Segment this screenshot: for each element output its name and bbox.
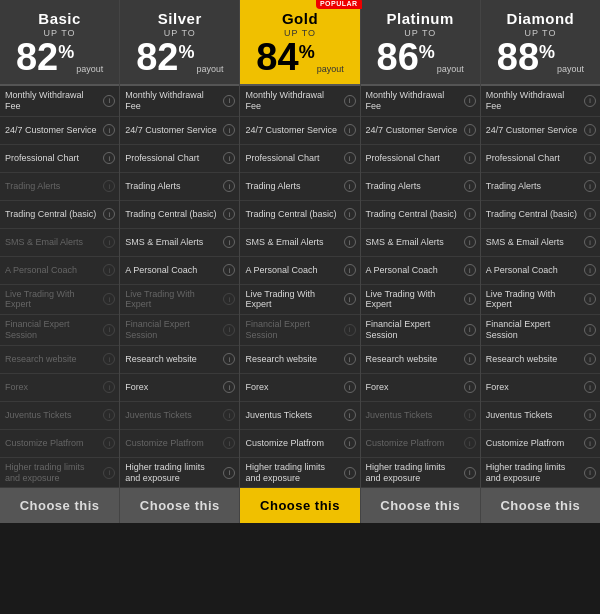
info-icon[interactable]: i [344, 236, 356, 248]
info-icon[interactable]: i [464, 264, 476, 276]
info-icon[interactable]: i [223, 208, 235, 220]
info-icon[interactable]: i [223, 437, 235, 449]
info-icon[interactable]: i [223, 124, 235, 136]
info-icon[interactable]: i [223, 264, 235, 276]
info-icon[interactable]: i [223, 324, 235, 336]
info-icon[interactable]: i [464, 324, 476, 336]
info-icon[interactable]: i [464, 293, 476, 305]
info-icon[interactable]: i [464, 152, 476, 164]
info-icon[interactable]: i [344, 409, 356, 421]
info-icon[interactable]: i [223, 95, 235, 107]
choose-button-diamond[interactable]: Choose this [481, 488, 600, 523]
info-icon[interactable]: i [464, 467, 476, 479]
info-icon[interactable]: i [584, 152, 596, 164]
info-icon[interactable]: i [344, 152, 356, 164]
info-icon[interactable]: i [344, 437, 356, 449]
feature-item: 24/7 Customer Servicei [240, 117, 359, 145]
info-icon[interactable]: i [464, 437, 476, 449]
info-icon[interactable]: i [584, 124, 596, 136]
info-icon[interactable]: i [344, 208, 356, 220]
info-icon[interactable]: i [584, 236, 596, 248]
feature-item: 24/7 Customer Servicei [120, 117, 239, 145]
info-icon[interactable]: i [584, 180, 596, 192]
feature-text: A Personal Coach [125, 265, 221, 276]
info-icon[interactable]: i [464, 95, 476, 107]
info-icon[interactable]: i [223, 409, 235, 421]
feature-text: SMS & Email Alerts [125, 237, 221, 248]
info-icon[interactable]: i [344, 381, 356, 393]
payout-text: payout [437, 64, 464, 74]
feature-item: Monthly Withdrawal Feei [0, 86, 119, 117]
feature-item: SMS & Email Alertsi [0, 229, 119, 257]
info-icon[interactable]: i [344, 467, 356, 479]
choose-button-platinum[interactable]: Choose this [361, 488, 480, 523]
info-icon[interactable]: i [223, 293, 235, 305]
feature-item: Forexi [120, 374, 239, 402]
info-icon[interactable]: i [344, 180, 356, 192]
info-icon[interactable]: i [223, 467, 235, 479]
info-icon[interactable]: i [344, 353, 356, 365]
info-icon[interactable]: i [464, 180, 476, 192]
info-icon[interactable]: i [344, 293, 356, 305]
info-icon[interactable]: i [344, 95, 356, 107]
info-icon[interactable]: i [103, 324, 115, 336]
info-icon[interactable]: i [464, 124, 476, 136]
info-icon[interactable]: i [584, 467, 596, 479]
info-icon[interactable]: i [584, 324, 596, 336]
info-icon[interactable]: i [103, 381, 115, 393]
info-icon[interactable]: i [584, 437, 596, 449]
feature-text: Juventus Tickets [245, 410, 341, 421]
info-icon[interactable]: i [103, 353, 115, 365]
plan-col-gold: POPULARGoldUP TO84%payoutMonthly Withdra… [240, 0, 360, 523]
feature-text: Financial Expert Session [366, 319, 462, 341]
info-icon[interactable]: i [584, 293, 596, 305]
feature-text: Forex [486, 382, 582, 393]
info-icon[interactable]: i [584, 208, 596, 220]
info-icon[interactable]: i [584, 264, 596, 276]
feature-item: Trading Alertsi [120, 173, 239, 201]
info-icon[interactable]: i [103, 293, 115, 305]
info-icon[interactable]: i [103, 124, 115, 136]
info-icon[interactable]: i [344, 264, 356, 276]
feature-text: Customize Platfrom [245, 438, 341, 449]
feature-item: A Personal Coachi [120, 257, 239, 285]
feature-item: Financial Expert Sessioni [240, 315, 359, 346]
info-icon[interactable]: i [223, 353, 235, 365]
info-icon[interactable]: i [223, 236, 235, 248]
info-icon[interactable]: i [103, 467, 115, 479]
info-icon[interactable]: i [103, 208, 115, 220]
info-icon[interactable]: i [103, 437, 115, 449]
info-icon[interactable]: i [464, 208, 476, 220]
info-icon[interactable]: i [103, 152, 115, 164]
info-icon[interactable]: i [103, 236, 115, 248]
info-icon[interactable]: i [223, 180, 235, 192]
payout-text: payout [317, 64, 344, 74]
info-icon[interactable]: i [464, 236, 476, 248]
info-icon[interactable]: i [344, 124, 356, 136]
feature-item: Customize Platfromi [120, 430, 239, 458]
info-icon[interactable]: i [223, 381, 235, 393]
info-icon[interactable]: i [464, 409, 476, 421]
choose-button-silver[interactable]: Choose this [120, 488, 239, 523]
feature-text: SMS & Email Alerts [245, 237, 341, 248]
feature-text: Professional Chart [366, 153, 462, 164]
choose-button-basic[interactable]: Choose this [0, 488, 119, 523]
info-icon[interactable]: i [103, 409, 115, 421]
info-icon[interactable]: i [223, 152, 235, 164]
choose-button-gold[interactable]: Choose this [240, 488, 359, 523]
info-icon[interactable]: i [103, 264, 115, 276]
plan-name: Platinum [366, 10, 475, 27]
info-icon[interactable]: i [464, 381, 476, 393]
feature-text: Trading Alerts [366, 181, 462, 192]
info-icon[interactable]: i [464, 353, 476, 365]
info-icon[interactable]: i [584, 95, 596, 107]
feature-item: Trading Alertsi [361, 173, 480, 201]
info-icon[interactable]: i [584, 353, 596, 365]
info-icon[interactable]: i [103, 180, 115, 192]
feature-item: 24/7 Customer Servicei [0, 117, 119, 145]
info-icon[interactable]: i [584, 409, 596, 421]
info-icon[interactable]: i [584, 381, 596, 393]
info-icon[interactable]: i [344, 324, 356, 336]
feature-text: Professional Chart [5, 153, 101, 164]
info-icon[interactable]: i [103, 95, 115, 107]
